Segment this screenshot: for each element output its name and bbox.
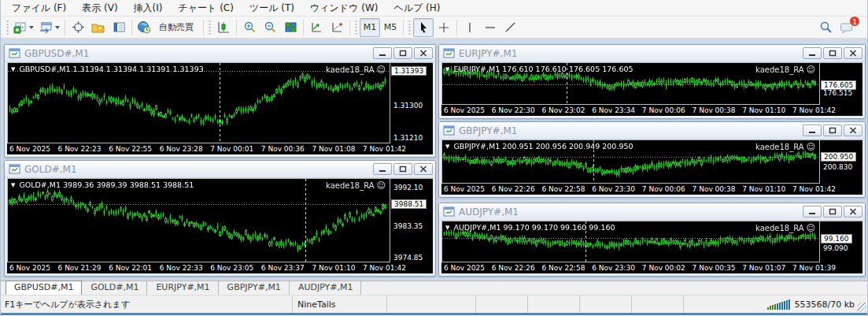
chart-profiles-button[interactable] [36, 18, 62, 37]
time-axis[interactable]: 6 Nov 20256 Nov 22:266 Nov 22:586 Nov 23… [441, 262, 862, 273]
zoom-out-button[interactable] [260, 18, 280, 37]
restore-button[interactable] [823, 125, 842, 136]
time-axis[interactable]: 6 Nov 20256 Nov 22:306 Nov 23:026 Nov 23… [441, 105, 862, 116]
close-button[interactable] [414, 47, 433, 59]
vertical-line-tool-button[interactable] [460, 18, 480, 37]
chart-info-line[interactable]: GBPUSD#,M1 1.31394 1.31394 1.31391 1.313… [11, 65, 204, 73]
toolbar-grip[interactable] [6, 20, 9, 35]
candlestick-chart-button[interactable] [213, 18, 234, 37]
tab-gbpjpy[interactable]: GBPJPY#,M1 [220, 281, 290, 295]
new-chart-button[interactable] [11, 18, 36, 37]
minimize-button[interactable] [803, 47, 822, 59]
favorites-button[interactable] [88, 18, 109, 37]
chart-body: GBPJPY#,M1 200.951 200.956 200.949 200.9… [441, 139, 862, 195]
minimize-button[interactable] [803, 206, 822, 217]
horizontal-line-tool-button[interactable] [480, 18, 500, 37]
menu-insert[interactable]: 挿入(I) [126, 0, 171, 16]
chart-info-line[interactable]: GBPJPY#,M1 200.951 200.956 200.949 200.9… [445, 142, 633, 151]
current-price-label: 200.950 [821, 152, 856, 162]
price-axis[interactable]: 1.313001.312101.31393 [390, 62, 433, 143]
menu-chart[interactable]: チャート (C) [171, 0, 242, 16]
tab-audjpy[interactable]: AUDJPY#,M1 [290, 281, 362, 295]
indicators-button[interactable] [306, 18, 327, 37]
close-button[interactable] [844, 47, 862, 59]
traffic-counter: 553568/70 kb [794, 299, 855, 310]
time-axis-label: 7 Nov 00:36 [261, 145, 305, 153]
chart-profiles-dropdown-icon[interactable] [55, 26, 60, 29]
status-connection[interactable]: 553568/70 kb [683, 296, 867, 313]
cursor-tool-button[interactable] [413, 18, 434, 37]
window-titlebar[interactable]: GBPJPY#,M1 [439, 122, 865, 139]
menu-window[interactable]: ウィンドウ (W) [302, 0, 386, 16]
chart-plot-area[interactable]: AUDJPY#,M1 99.170 99.170 99.160 99.160 k… [441, 221, 820, 262]
chart-plot-area[interactable]: GBPJPY#,M1 200.951 200.956 200.949 200.9… [441, 139, 820, 184]
chart-info-line[interactable]: AUDJPY#,M1 99.170 99.170 99.160 99.160 [445, 223, 615, 232]
chart-plot-area[interactable]: EURJPY#,M1 176.610 176.610 176.605 176.6… [441, 62, 820, 105]
price-axis[interactable]: 176.515176.605 [820, 62, 862, 105]
add-indicator-button[interactable] [327, 18, 347, 37]
window-titlebar[interactable]: EURJPY#,M1 [439, 45, 865, 62]
toolbar-grip[interactable] [208, 20, 212, 35]
search-button[interactable] [815, 18, 836, 37]
window-titlebar[interactable]: AUDJPY#,M1 [439, 203, 865, 221]
toolbar-grip[interactable] [408, 20, 412, 35]
trendline-icon [504, 21, 517, 34]
tab-gbpusd[interactable]: GBPUSD#,M1 [6, 281, 82, 295]
crosshair-target-button[interactable] [68, 18, 88, 37]
zoom-in-button[interactable] [239, 18, 260, 37]
restore-button[interactable] [393, 163, 412, 175]
collapse-arrow-icon[interactable] [11, 182, 15, 188]
tab-gold[interactable]: GOLD#,M1 [83, 281, 147, 295]
restore-button[interactable] [823, 47, 842, 59]
window-titlebar[interactable]: GBPUSD#,M1 [5, 45, 435, 62]
chart-plot-area[interactable]: GOLD#,M1 3989.36 3989.39 3988.51 3988.51… [7, 178, 390, 262]
time-axis[interactable]: 6 Nov 20256 Nov 22:266 Nov 22:586 Nov 23… [441, 184, 862, 195]
chart-window-icon [443, 125, 455, 136]
resize-grip[interactable] [857, 303, 866, 312]
time-axis-label: 6 Nov 22:26 [492, 264, 535, 272]
timeframe-m1-button[interactable]: M1 [360, 18, 380, 37]
menu-file[interactable]: ファイル (F) [4, 0, 74, 16]
menu-help[interactable]: ヘルプ (H) [386, 0, 448, 16]
tab-eurjpy[interactable]: EURJPY#,M1 [148, 281, 218, 295]
chart-plot-area[interactable]: GBPUSD#,M1 1.31394 1.31394 1.31391 1.313… [7, 62, 390, 143]
data-window-button[interactable] [109, 18, 129, 37]
time-axis[interactable]: 6 Nov 20256 Nov 22:236 Nov 22:556 Nov 23… [7, 143, 433, 154]
tile-windows-icon [284, 21, 297, 33]
close-button[interactable] [844, 206, 862, 217]
minimize-button[interactable] [373, 47, 392, 59]
tile-windows-button[interactable] [280, 18, 301, 37]
chart-info-line[interactable]: EURJPY#,M1 176.610 176.610 176.605 176.6… [445, 65, 633, 73]
minimize-button[interactable] [373, 163, 392, 175]
close-button[interactable] [844, 125, 862, 136]
chart-info-line[interactable]: GOLD#,M1 3989.36 3989.39 3988.51 3988.51 [11, 180, 194, 189]
collapse-arrow-icon[interactable] [445, 143, 449, 150]
chart-window-gbpjpy: GBPJPY#,M1 GBPJPY#,M1 200.951 200.956 20… [438, 121, 866, 198]
crosshair-tool-button[interactable] [434, 18, 454, 37]
toolbar-grip[interactable] [354, 20, 358, 35]
price-axis[interactable]: 99.09099.160 [820, 221, 862, 262]
collapse-arrow-icon[interactable] [445, 225, 449, 231]
restore-button[interactable] [393, 47, 412, 59]
menu-view[interactable]: 表示 (V) [74, 0, 125, 16]
window-title: AUDJPY#,M1 [459, 206, 801, 217]
restore-button[interactable] [823, 206, 842, 217]
collapse-arrow-icon[interactable] [445, 66, 449, 72]
new-chart-dropdown-icon[interactable] [29, 26, 34, 29]
collapse-arrow-icon[interactable] [11, 66, 15, 72]
time-axis[interactable]: 6 Nov 20256 Nov 21:296 Nov 22:016 Nov 22… [7, 262, 433, 273]
price-axis[interactable]: 3992.103983.353974.853988.51 [390, 178, 433, 262]
close-button[interactable] [414, 163, 433, 175]
window-titlebar[interactable]: GOLD#,M1 [5, 161, 435, 178]
chart-window-eurjpy: EURJPY#,M1 EURJPY#,M1 176.610 176.610 17… [438, 44, 866, 119]
vertical-line-icon [465, 21, 475, 34]
time-axis-label: 6 Nov 22:33 [160, 264, 203, 272]
minimize-button[interactable] [803, 125, 822, 136]
price-axis[interactable]: 200.830200.950 [820, 139, 862, 184]
menu-tools[interactable]: ツール (T) [242, 0, 302, 16]
notifications-button[interactable]: 1 [836, 18, 856, 37]
timeframe-m5-button[interactable]: M5 [380, 18, 401, 37]
auto-trading-button[interactable]: 自動売買 [135, 18, 201, 37]
trendline-tool-button[interactable] [500, 18, 521, 37]
connection-signal-icon [767, 299, 790, 310]
